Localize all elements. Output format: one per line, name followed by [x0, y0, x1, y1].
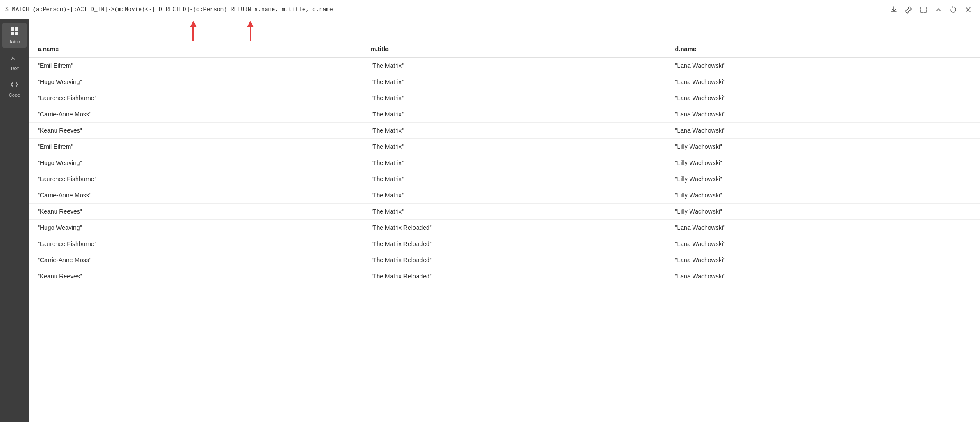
refresh-icon: [949, 6, 957, 14]
cell-a_name: "Keanu Reeves": [29, 123, 362, 139]
table-row: "Carrie-Anne Moss""The Matrix""Lilly Wac…: [29, 187, 980, 204]
cell-d_name: "Lana Wachowski": [666, 236, 980, 252]
cell-d_name: "Lilly Wachowski": [666, 155, 980, 171]
table-row: "Hugo Weaving""The Matrix""Lilly Wachows…: [29, 155, 980, 171]
cell-d_name: "Lana Wachowski": [666, 106, 980, 123]
expand-button[interactable]: [917, 4, 930, 15]
svg-rect-1: [15, 27, 18, 31]
arrow-shaft-2: [250, 27, 251, 41]
code-icon: [10, 80, 19, 91]
cell-a_name: "Emil Eifrem": [29, 139, 362, 155]
text-icon: A: [10, 53, 19, 64]
cell-m_title: "The Matrix": [362, 155, 666, 171]
cell-a_name: "Emil Eifrem": [29, 57, 362, 74]
content-area: a.name m.title d.name "Emil Eifrem""The …: [29, 19, 980, 422]
cell-a_name: "Carrie-Anne Moss": [29, 187, 362, 204]
cell-m_title: "The Matrix": [362, 57, 666, 74]
table-row: "Laurence Fishburne""The Matrix""Lana Wa…: [29, 90, 980, 106]
chevron-up-icon: [934, 6, 942, 14]
arrow-head-1: [190, 21, 197, 27]
cell-a_name: "Keanu Reeves": [29, 268, 362, 285]
refresh-button[interactable]: [947, 4, 960, 15]
sidebar-text-label: Text: [10, 66, 19, 71]
arrow-1: [190, 19, 197, 41]
main-area: Table A Text Code: [0, 19, 980, 422]
cell-d_name: "Lilly Wachowski": [666, 139, 980, 155]
cell-a_name: "Hugo Weaving": [29, 220, 362, 236]
arrow-head-2: [247, 21, 254, 27]
download-icon: [890, 6, 898, 14]
table-row: "Carrie-Anne Moss""The Matrix Reloaded""…: [29, 252, 980, 268]
svg-rect-2: [10, 32, 14, 35]
cell-m_title: "The Matrix": [362, 123, 666, 139]
table-row: "Keanu Reeves""The Matrix""Lana Wachowsk…: [29, 123, 980, 139]
cell-d_name: "Lana Wachowski": [666, 268, 980, 285]
col-header-d-name: d.name: [666, 41, 980, 57]
table-icon: [10, 26, 19, 37]
sidebar-code-label: Code: [9, 92, 20, 98]
cell-d_name: "Lana Wachowski": [666, 252, 980, 268]
sidebar-item-code[interactable]: Code: [2, 76, 27, 101]
table-row: "Emil Eifrem""The Matrix""Lana Wachowski…: [29, 57, 980, 74]
table-row: "Emil Eifrem""The Matrix""Lilly Wachowsk…: [29, 139, 980, 155]
table-header: a.name m.title d.name: [29, 41, 980, 57]
results-table: a.name m.title d.name "Emil Eifrem""The …: [29, 41, 980, 284]
query-text: $ MATCH (a:Person)-[:ACTED_IN]->(m:Movie…: [5, 6, 882, 13]
cell-m_title: "The Matrix Reloaded": [362, 268, 666, 285]
sidebar-item-text[interactable]: A Text: [2, 49, 27, 74]
pin-button[interactable]: [902, 4, 915, 15]
chevron-up-button[interactable]: [932, 4, 945, 15]
arrow-2: [247, 19, 254, 41]
cell-a_name: "Hugo Weaving": [29, 155, 362, 171]
expand-icon: [920, 6, 928, 14]
cell-a_name: "Keanu Reeves": [29, 204, 362, 220]
cell-d_name: "Lana Wachowski": [666, 220, 980, 236]
cell-m_title: "The Matrix": [362, 139, 666, 155]
close-button[interactable]: [962, 4, 975, 15]
cell-m_title: "The Matrix": [362, 204, 666, 220]
table-row: "Laurence Fishburne""The Matrix Reloaded…: [29, 236, 980, 252]
table-body: "Emil Eifrem""The Matrix""Lana Wachowski…: [29, 57, 980, 284]
cell-m_title: "The Matrix": [362, 187, 666, 204]
cell-d_name: "Lilly Wachowski": [666, 171, 980, 187]
close-icon: [964, 6, 972, 14]
table-row: "Laurence Fishburne""The Matrix""Lilly W…: [29, 171, 980, 187]
col-header-a-name: a.name: [29, 41, 362, 57]
table-row: "Keanu Reeves""The Matrix Reloaded""Lana…: [29, 268, 980, 285]
arrow-shaft-1: [192, 27, 194, 41]
cell-a_name: "Laurence Fishburne": [29, 236, 362, 252]
cell-d_name: "Lilly Wachowski": [666, 187, 980, 204]
cell-m_title: "The Matrix": [362, 171, 666, 187]
svg-text:A: A: [10, 54, 15, 62]
cell-a_name: "Carrie-Anne Moss": [29, 106, 362, 123]
cell-d_name: "Lilly Wachowski": [666, 204, 980, 220]
cell-d_name: "Lana Wachowski": [666, 123, 980, 139]
table-row: "Hugo Weaving""The Matrix Reloaded""Lana…: [29, 220, 980, 236]
cell-m_title: "The Matrix Reloaded": [362, 236, 666, 252]
query-actions: [887, 4, 975, 15]
pin-icon: [905, 6, 913, 14]
table-row: "Hugo Weaving""The Matrix""Lana Wachowsk…: [29, 74, 980, 90]
cell-a_name: "Carrie-Anne Moss": [29, 252, 362, 268]
svg-rect-3: [15, 32, 18, 35]
query-bar: $ MATCH (a:Person)-[:ACTED_IN]->(m:Movie…: [0, 0, 980, 19]
cell-d_name: "Lana Wachowski": [666, 74, 980, 90]
download-button[interactable]: [887, 4, 900, 15]
table-wrapper: a.name m.title d.name "Emil Eifrem""The …: [29, 41, 980, 422]
sidebar-item-table[interactable]: Table: [2, 23, 27, 48]
arrows-row: [29, 19, 980, 41]
sidebar: Table A Text Code: [0, 19, 29, 422]
col-header-m-title: m.title: [362, 41, 666, 57]
cell-d_name: "Lana Wachowski": [666, 57, 980, 74]
svg-rect-0: [10, 27, 14, 31]
table-row: "Keanu Reeves""The Matrix""Lilly Wachows…: [29, 204, 980, 220]
cell-m_title: "The Matrix": [362, 74, 666, 90]
table-row: "Carrie-Anne Moss""The Matrix""Lana Wach…: [29, 106, 980, 123]
cell-m_title: "The Matrix": [362, 106, 666, 123]
cell-m_title: "The Matrix Reloaded": [362, 220, 666, 236]
cell-a_name: "Laurence Fishburne": [29, 171, 362, 187]
cell-d_name: "Lana Wachowski": [666, 90, 980, 106]
sidebar-table-label: Table: [9, 39, 20, 44]
cell-m_title: "The Matrix Reloaded": [362, 252, 666, 268]
cell-a_name: "Hugo Weaving": [29, 74, 362, 90]
